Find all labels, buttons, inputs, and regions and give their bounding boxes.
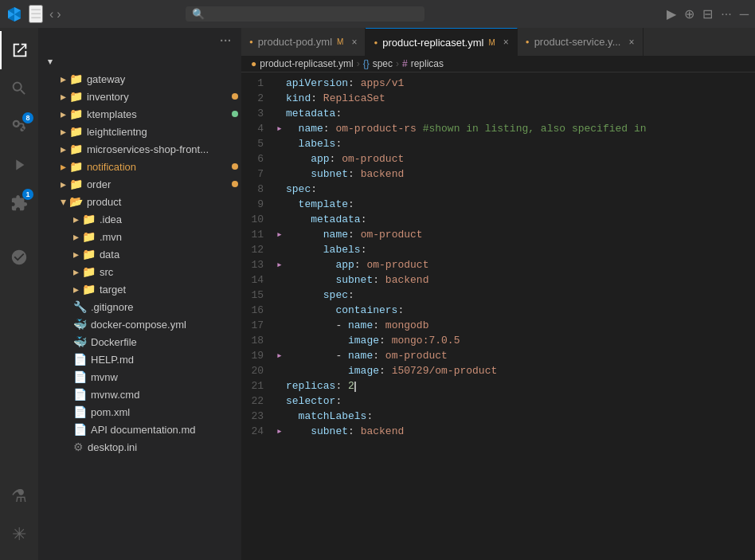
run-button[interactable]: ▶ [667,6,676,22]
folder-icon: ▸ 📁 [73,265,96,278]
breadcrumb-section-icon: {} [363,58,370,69]
item-label: docker-compose.yml [91,319,241,331]
code-line: 23 matchLabels: [241,409,755,424]
sidebar-item-gitignore[interactable]: 🔧 .gitignore [38,298,241,315]
tab-close-icon[interactable]: × [503,37,509,48]
back-button[interactable]: ‹ [49,7,53,22]
activity-item-extensions[interactable]: 1 [0,184,38,222]
folder-icon: ▸ 📁 [61,178,83,190]
split-button[interactable]: ⊟ [702,6,713,22]
tab-dot-icon: ● [374,39,378,46]
breadcrumb-file[interactable]: product-replicaset.yml [260,58,353,69]
item-label: gateway [87,73,241,85]
sidebar-item-mvn[interactable]: ▸ 📁 .mvn [38,228,241,245]
code-token: image [286,335,379,347]
sidebar-item-docker-compose[interactable]: 🐳 docker-compose.yml [38,315,241,333]
sidebar-header: ··· [38,28,241,53]
code-token: i50729/om-product [392,365,498,377]
activity-item-search[interactable] [0,69,38,108]
root-folder[interactable]: ▾ [38,53,241,70]
sidebar-item-apidoc[interactable]: 📄 API documentation.md [38,421,241,438]
tab-close-icon[interactable]: × [628,37,634,48]
line-content: selector: [286,394,755,409]
tab-close-icon[interactable]: × [351,37,357,48]
more-actions-icon[interactable]: ··· [220,34,232,47]
activity-item-flask[interactable]: ⚗ [0,477,38,515]
breadcrumb-section2[interactable]: replicas [411,58,444,69]
tab-product-replicaset[interactable]: ● product-replicaset.yml M × [366,28,517,56]
file-icon: 📄 [73,370,87,383]
code-token: : [335,138,342,150]
sidebar-item-helpmd[interactable]: 📄 HELP.md [38,350,241,368]
chevron-down-icon: ▾ [48,57,53,67]
fold-arrow[interactable]: ▸ [273,348,286,363]
activity-item-explorer[interactable] [0,31,38,69]
sidebar-item-idea[interactable]: ▸ 📁 .idea [38,210,241,228]
sidebar-item-src[interactable]: ▸ 📁 src [38,263,241,280]
line-number: 19 [241,348,273,363]
line-number: 3 [241,106,273,121]
code-token: name [286,123,323,135]
sidebar-item-leightclientng[interactable]: ▸ 📁 leightclientng [38,123,241,140]
activity-item-kubernetes[interactable]: ✳ [0,515,38,554]
forward-button[interactable]: › [57,7,61,22]
broadcast-button[interactable]: ⊕ [684,6,694,22]
line-number: 23 [241,409,273,424]
sidebar-item-gateway[interactable]: ▸ 📁 gateway [38,70,241,88]
sidebar-header-actions: ··· [220,34,232,47]
line-content: image: i50729/om-product [286,363,755,378]
main-layout: 8 1 ⚗ ✳ ··· ▾ [0,28,755,560]
code-token: : [348,289,354,301]
breadcrumb-sep-2: › [396,58,399,69]
fold-arrow[interactable]: ▸ [273,257,286,272]
code-token: name [348,319,373,331]
sidebar-item-pomxml[interactable]: 📄 pom.xml [38,403,241,421]
activity-item-remote[interactable] [0,238,38,276]
line-content: name: om-product [286,227,755,242]
minimize-button[interactable]: ─ [740,7,749,22]
item-label: desktop.ini [88,441,241,453]
sidebar-item-product[interactable]: ▾ 📂 product [38,193,241,210]
sidebar-item-microservices[interactable]: ▸ 📁 microservices-shop-front... [38,140,241,158]
code-line: 21replicas: 2 [241,378,755,394]
sidebar-item-mvnwcmd[interactable]: 📄 mvnw.cmd [38,386,241,403]
sidebar-item-order[interactable]: ▸ 📁 order [38,175,241,193]
more-button[interactable]: ··· [721,7,731,22]
code-token: replicas [286,380,335,392]
nav-arrows: ‹ › [49,7,61,22]
line-content: subnet: backend [286,272,755,288]
code-editor[interactable]: 1apiVersion: apps/v12kind: ReplicaSet3me… [241,76,755,560]
fold-arrow[interactable]: ▸ [273,121,286,136]
file-icon: 📄 [73,388,87,401]
code-token: : [348,168,361,180]
line-number: 21 [241,378,273,394]
hamburger-menu[interactable]: ☰ [29,5,43,23]
line-number: 6 [241,151,273,166]
code-token: : [330,153,342,165]
fold-arrow[interactable]: ▸ [273,227,286,242]
modified-dot [232,111,238,117]
sidebar-item-inventory[interactable]: ▸ 📁 inventory [38,88,241,105]
sidebar-item-dockerfile[interactable]: 🐳 Dockerfile [38,333,241,350]
sidebar-item-notification[interactable]: ▸ 📁 notification [38,158,241,175]
tab-product-service[interactable]: ● product-service.y... × [518,28,644,56]
search-bar[interactable]: 🔍 [186,6,424,22]
sidebar-item-target[interactable]: ▸ 📁 target [38,280,241,298]
code-token: : [335,380,348,392]
tab-label: product-replicaset.yml [382,37,483,49]
sidebar-item-desktopini[interactable]: ⚙ desktop.ini [38,438,241,456]
tab-product-pod[interactable]: ● product-pod.yml M × [241,28,366,56]
sidebar-item-data[interactable]: ▸ 📁 data [38,245,241,263]
sidebar-item-ktemplates[interactable]: ▸ 📁 ktemplates [38,105,241,123]
code-token: spec [286,183,311,195]
breadcrumb-section1[interactable]: spec [373,58,393,69]
line-content: subnet: backend [286,424,755,439]
sidebar-item-mvnw[interactable]: 📄 mvnw [38,368,241,386]
line-number: 22 [241,394,273,409]
activity-item-run[interactable] [0,146,38,184]
activity-bottom: ⚗ ✳ [0,477,38,560]
code-token: - [286,350,348,362]
fold-arrow[interactable]: ▸ [273,424,286,439]
code-token: kind [286,92,311,104]
activity-item-source-control[interactable]: 8 [0,108,38,146]
